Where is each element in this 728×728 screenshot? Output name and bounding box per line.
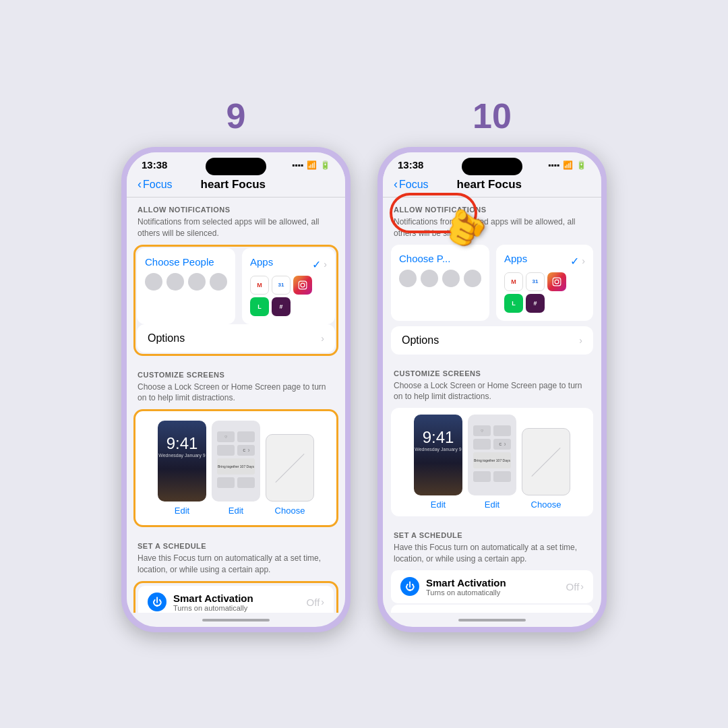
status-bar-9: 13:38 ▪▪▪▪ 📶 🔋 (127, 152, 345, 173)
avatar-row-9 (145, 273, 227, 291)
options-label-9: Options (148, 332, 185, 344)
schedule-highlight-9: ⏻ Smart Activation Turns on automaticall… (133, 581, 338, 613)
signal-icon-10: ▪▪▪▪ (548, 160, 559, 170)
off-chevron-9: › (321, 597, 324, 607)
choose-people-title-9: Choose People (145, 256, 227, 268)
scroll-content-9: ALLOW NOTIFICATIONS Notifications from s… (127, 198, 345, 613)
avatar-1-9 (145, 273, 162, 291)
screen-item-1-9: − 9:41 Wednesday January 9 Edit (158, 421, 206, 516)
nav-back-10[interactable]: ‹ Focus (394, 177, 429, 191)
edit-1-label-10[interactable]: Edit (431, 499, 446, 510)
lock-screen-preview-9: 9:41 Wednesday January 9 (158, 421, 206, 502)
smart-activation-row-9[interactable]: ⏻ Smart Activation Turns on automaticall… (138, 586, 334, 613)
avatar-1-10 (399, 270, 417, 287)
avatar-4-9 (210, 273, 227, 291)
choose-label-9[interactable]: Choose (275, 506, 305, 516)
customize-desc-9: Choose a Lock Screen or Home Screen page… (127, 382, 345, 410)
edit-2-label-9[interactable]: Edit (229, 506, 243, 516)
options-row-9[interactable]: Options › (137, 324, 335, 353)
lock-screen-preview-10: 9:41 Wednesday January 9 (414, 415, 462, 495)
smart-activation-title-9: Smart Activation (173, 593, 253, 604)
avatar-row-10 (399, 270, 481, 287)
apps-chevron-9: › (324, 259, 327, 270)
status-time-10: 13:38 (398, 159, 423, 171)
diagonal-line-10 (531, 448, 560, 477)
options-label-10: Options (402, 334, 439, 346)
wifi-icon-10: 📶 (563, 160, 573, 170)
notifications-block-10: Choose P... Apps (391, 245, 593, 355)
status-time-9: 13:38 (142, 159, 167, 171)
home-screen-preview-9: ♡ C ☽ Bring together 107 Days (212, 421, 260, 502)
screens-grid-10: − 9:41 Wednesday January 9 Edit − (391, 408, 593, 516)
screen-item-2-9: − ♡ C ☽ Bring together 107 Days (212, 421, 260, 516)
wifi-icon-9: 📶 (307, 160, 317, 170)
battery-icon-9: 🔋 (320, 160, 330, 170)
avatar-4-10 (464, 270, 481, 287)
status-icons-9: ▪▪▪▪ 📶 🔋 (292, 160, 330, 170)
card-grid-10: Choose P... Apps (391, 245, 593, 321)
card-grid-9: Choose People Apps (137, 248, 335, 324)
step-9-container: 9 13:38 ▪▪▪▪ 📶 🔋 ‹ Focus heart Focus (121, 96, 351, 632)
back-chevron-10: ‹ (394, 177, 398, 191)
smart-activation-row-10[interactable]: ⏻ Smart Activation Turns on automaticall… (391, 570, 593, 603)
lock-date-9: Wednesday January 9 (158, 453, 206, 458)
add-schedule-row-10[interactable]: Add Schedule (391, 605, 593, 613)
allow-notif-desc-10: Notifications from selected apps will be… (383, 216, 601, 245)
off-label-10: Off › (566, 581, 584, 593)
apps-check-10: ✓ (570, 255, 579, 268)
avatar-2-9 (166, 273, 184, 291)
gmail-icon-10: M (504, 272, 523, 291)
screens-block-10: − 9:41 Wednesday January 9 Edit − (391, 408, 593, 516)
activation-text-9: Smart Activation Turns on automatically (173, 593, 253, 612)
choose-people-card-9[interactable]: Choose People (137, 248, 235, 324)
allow-notif-header-10: ALLOW NOTIFICATIONS (383, 198, 601, 216)
screen-item-2-10: − ♡ C ☽ Bring together 107 Days (468, 415, 516, 510)
screen-item-1-10: − 9:41 Wednesday January 9 Edit (414, 415, 462, 510)
nav-bar-10: ‹ Focus heart Focus (383, 173, 601, 198)
dynamic-island-9 (206, 158, 266, 175)
allow-notif-header-9: ALLOW NOTIFICATIONS (127, 198, 345, 216)
svg-point-2 (305, 282, 305, 283)
svg-point-5 (559, 279, 559, 280)
screens-highlight-9: − 9:41 Wednesday January 9 Edit − (133, 409, 338, 527)
battery-icon-10: 🔋 (576, 160, 586, 170)
options-chevron-9: › (321, 333, 324, 344)
nav-back-9[interactable]: ‹ Focus (138, 177, 173, 191)
apps-card-10[interactable]: Apps ✓ › M 31 (496, 245, 593, 321)
apps-title-9: Apps (250, 256, 273, 268)
avatar-3-9 (188, 273, 206, 291)
home-screen-preview-10: ♡ C ☽ Bring together 107 Days (468, 415, 516, 495)
dynamic-island-10 (462, 158, 522, 175)
status-icons-10: ▪▪▪▪ 📶 🔋 (548, 160, 586, 170)
options-row-10[interactable]: Options › (391, 326, 593, 355)
calendar-icon-9: 31 (272, 276, 291, 295)
line-icon-10: L (504, 294, 523, 313)
customize-header-10: CUSTOMIZE SCREENS (383, 361, 601, 380)
choose-people-card-10[interactable]: Choose P... (391, 245, 489, 321)
avatar-3-10 (442, 270, 460, 287)
customize-header-9: CUSTOMIZE SCREENS (127, 363, 345, 382)
svg-point-4 (555, 280, 559, 284)
diagonal-line-9 (275, 454, 304, 483)
schedule-block-10: ⏻ Smart Activation Turns on automaticall… (391, 570, 593, 613)
line-icon-9: L (250, 297, 269, 316)
lock-time-9: 9:41 (158, 421, 206, 453)
apps-row-9: M 31 L # (250, 276, 327, 316)
apps-row-10: M 31 L # (504, 272, 585, 313)
choose-label-10[interactable]: Choose (531, 499, 562, 510)
allow-notif-desc-9: Notifications from selected apps will be… (127, 216, 345, 245)
turns-on-desc-10: Turns on automatically (426, 588, 506, 597)
svg-rect-0 (299, 281, 307, 289)
power-icon-9: ⏻ (148, 593, 166, 611)
instagram-icon-9 (293, 276, 312, 295)
power-icon-10: ⏻ (400, 577, 419, 596)
svg-point-1 (301, 283, 305, 287)
edit-1-label-9[interactable]: Edit (175, 506, 189, 516)
apps-header-9: Apps ✓ › (250, 256, 327, 273)
edit-2-label-10[interactable]: Edit (485, 499, 499, 510)
smart-activation-title-10: Smart Activation (426, 577, 506, 588)
schedule-desc-9: Have this Focus turn on automatically at… (127, 553, 345, 581)
turns-on-desc-9: Turns on automatically (173, 604, 253, 612)
apps-card-9[interactable]: Apps ✓ › M 31 (242, 248, 335, 324)
step-9-number: 9 (226, 96, 246, 136)
